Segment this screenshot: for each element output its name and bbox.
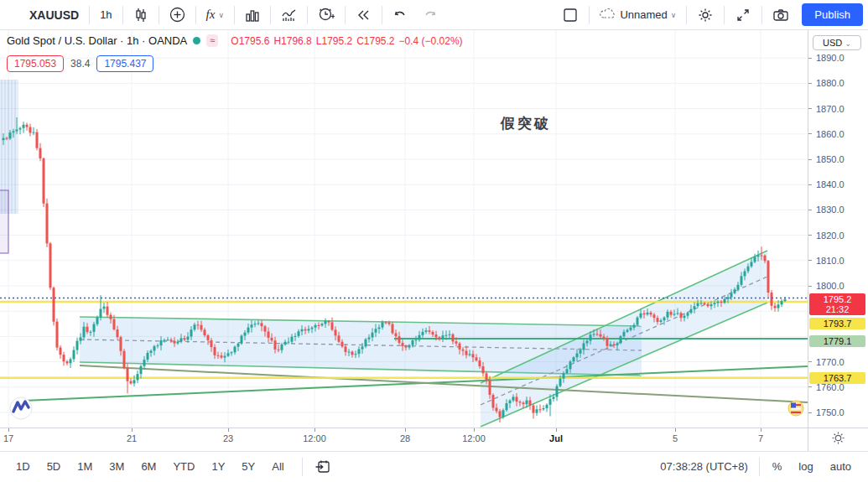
- legend-title: Gold Spot / U.S. Dollar · 1h · OANDA: [7, 34, 187, 47]
- columns-icon: [245, 8, 260, 23]
- divider: [89, 6, 90, 24]
- auto-scale-button[interactable]: auto: [824, 458, 858, 475]
- range-button-all[interactable]: All: [266, 458, 289, 475]
- main-area: Gold Spot / U.S. Dollar · 1h · OANDA ≈ O…: [0, 30, 868, 428]
- bottom-toolbar: 1D5D1M3M6MYTD1Y5YAll 07:38:28 (UTC+8) % …: [0, 451, 868, 481]
- level-price-label: 1793.7: [809, 318, 865, 329]
- divider: [761, 6, 762, 24]
- symbol-button[interactable]: XAUUSD: [22, 3, 86, 27]
- divider: [159, 6, 159, 24]
- chevron-down-icon: ∨: [218, 11, 224, 19]
- time-axis-row: 17212312:002812:00Jul57: [0, 428, 868, 451]
- screenshot-button[interactable]: [765, 3, 797, 27]
- plus-circle-icon: [169, 7, 185, 23]
- currency-toggle[interactable]: USD ⌄: [813, 35, 861, 50]
- chart-style-button[interactable]: [126, 3, 156, 27]
- sun-icon[interactable]: [831, 431, 845, 448]
- chevron-down-icon: ∨: [671, 11, 677, 19]
- level-price-label: 1779.1: [809, 335, 865, 347]
- approx-badge: ≈: [206, 34, 218, 47]
- chevron-down-icon: ⌄: [845, 39, 851, 48]
- fullscreen-button[interactable]: [727, 3, 759, 27]
- settings-button[interactable]: [689, 3, 721, 27]
- divider: [382, 6, 382, 24]
- time-tick-mark: [675, 428, 676, 432]
- forecast-button[interactable]: [273, 3, 304, 27]
- price-tick: 1750.0: [808, 407, 845, 418]
- cloud-icon: [600, 7, 616, 23]
- percent-scale-button[interactable]: %: [766, 458, 789, 475]
- layout-button[interactable]: [554, 3, 586, 27]
- undo-arrow-icon: [392, 8, 408, 22]
- upper-bound-label[interactable]: 1795.437: [96, 55, 153, 72]
- interval-button[interactable]: 1h: [92, 3, 119, 27]
- divider: [589, 6, 590, 24]
- price-tick: 1820.0: [808, 230, 845, 241]
- layout-name-label: Unnamed: [620, 8, 667, 21]
- top-toolbar: XAUUSD 1h fx ∨ Unnamed: [0, 0, 868, 30]
- divider: [234, 6, 235, 24]
- level-price-label: 1763.7: [809, 372, 865, 384]
- price-tick: 1870.0: [808, 103, 845, 115]
- range-button-6m[interactable]: 6M: [135, 458, 162, 475]
- indicators-button[interactable]: fx ∨: [199, 3, 231, 27]
- price-tick: 1830.0: [808, 204, 845, 215]
- range-button-3m[interactable]: 3M: [103, 458, 130, 475]
- tool-values-row: 1795.053 38.4 1795.437: [7, 55, 153, 72]
- time-tick-mark: [556, 428, 557, 432]
- chart-text-annotation[interactable]: 假突破: [501, 114, 551, 133]
- squiggle-chart-icon: [281, 8, 297, 23]
- time-tick-label: 23: [223, 433, 233, 443]
- ohlc-values: O1795.6H1796.8L1795.2C1795.2−0.4 (−0.02%…: [231, 35, 466, 47]
- range-button-1d[interactable]: 1D: [10, 458, 36, 475]
- alarm-clock-plus-icon: [318, 7, 335, 23]
- candlestick-chart[interactable]: Gold Spot / U.S. Dollar · 1h · OANDA ≈ O…: [0, 30, 808, 428]
- divider: [759, 458, 760, 476]
- time-tick-label: 12:00: [303, 433, 326, 443]
- fullscreen-arrows-icon: [735, 7, 751, 23]
- rewind-icon: [356, 8, 372, 22]
- lower-bound-label[interactable]: 1795.053: [7, 55, 64, 72]
- status-dot-icon: [193, 37, 200, 44]
- price-tick: 1770.0: [808, 356, 845, 368]
- price-axis[interactable]: USD ⌄ 1890.01880.01870.01860.01850.01840…: [808, 30, 868, 428]
- range-button-ytd[interactable]: YTD: [167, 458, 200, 475]
- redo-button[interactable]: [415, 3, 445, 27]
- range-button-5d[interactable]: 5D: [41, 458, 67, 475]
- price-tick: 1840.0: [808, 179, 845, 190]
- time-tick-mark: [314, 428, 315, 432]
- current-price-label: 1795.221:32: [809, 293, 865, 315]
- range-button-1y[interactable]: 1Y: [205, 458, 231, 475]
- time-tick-mark: [132, 428, 133, 432]
- range-button-5y[interactable]: 5Y: [236, 458, 261, 475]
- time-tick-label: 7: [758, 433, 763, 443]
- calendar-goto-icon: [314, 459, 330, 474]
- range-button-1m[interactable]: 1M: [71, 458, 98, 475]
- fx-icon: fx: [206, 8, 216, 22]
- symbol-legend[interactable]: Gold Spot / U.S. Dollar · 1h · OANDA ≈ O…: [7, 34, 467, 47]
- time-tick-label: Jul: [549, 433, 563, 443]
- replay-button[interactable]: [348, 3, 379, 27]
- time-tick-label: 5: [673, 433, 678, 443]
- divider: [270, 6, 271, 24]
- clock-label[interactable]: 07:38:28 (UTC+8): [660, 460, 747, 473]
- divider: [122, 6, 123, 24]
- price-tick: 1860.0: [808, 128, 845, 140]
- chart-plot[interactable]: [0, 30, 808, 428]
- log-scale-button[interactable]: log: [792, 458, 819, 475]
- publish-button[interactable]: Publish: [802, 3, 863, 26]
- indicator-templates-button[interactable]: [237, 3, 268, 27]
- goto-date-button[interactable]: [309, 455, 335, 479]
- price-tick: 1810.0: [808, 255, 845, 267]
- price-tick: 1850.0: [808, 153, 845, 165]
- alert-button[interactable]: [310, 3, 342, 27]
- time-tick-label: 12:00: [462, 433, 486, 443]
- undo-button[interactable]: [385, 3, 415, 27]
- time-tick-mark: [405, 428, 406, 432]
- compare-button[interactable]: [162, 3, 193, 27]
- save-layout-button[interactable]: Unnamed ∨: [592, 3, 683, 27]
- event-flag-icon[interactable]: [788, 401, 803, 416]
- spread-value: 38.4: [70, 58, 90, 70]
- time-tick-mark: [228, 428, 229, 432]
- time-axis[interactable]: 17212312:002812:00Jul57: [0, 428, 808, 451]
